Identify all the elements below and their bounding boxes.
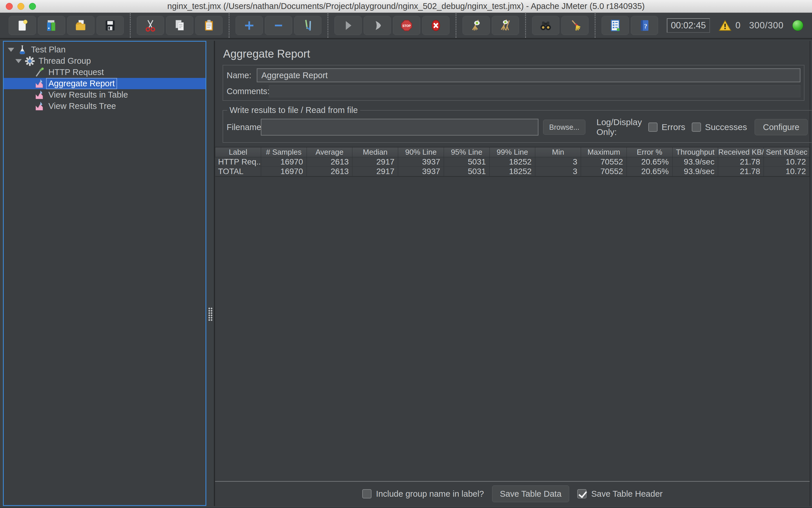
table-cell: HTTP Req... [215,157,261,167]
stop-button[interactable]: STOP [393,16,420,35]
expand-arrow-icon[interactable] [15,59,22,63]
column-header[interactable]: Median [352,147,398,157]
test-plan-icon [17,45,28,55]
error-log-count: 0 [735,20,740,31]
elapsed-timer: 00:02:45 [667,18,710,33]
column-header[interactable]: Sent KB/sec [764,147,810,157]
close-window-button[interactable] [6,3,13,10]
tree-item-label: HTTP Request [48,68,104,77]
test-running-indicator-icon [792,20,803,31]
table-cell: 3 [535,167,581,176]
configure-button[interactable]: Configure [755,119,808,135]
comments-input[interactable] [269,85,801,97]
filename-input[interactable] [261,119,538,135]
minus-icon [272,19,285,32]
search-button[interactable] [532,16,559,35]
tree-item-test-plan[interactable]: Test Plan [4,44,205,55]
reset-search-button[interactable] [561,16,588,35]
panel-splitter[interactable] [206,41,214,506]
copy-button[interactable] [166,16,193,35]
column-header[interactable]: Maximum [581,147,627,157]
cut-icon [144,19,157,32]
table-row[interactable]: TOTAL1697026132917393750311825237055220.… [215,167,810,176]
errors-label[interactable]: Errors [661,122,685,132]
plus-icon [243,19,256,32]
table-cell: 93.9/sec [672,157,718,167]
column-header[interactable]: 90% Line [398,147,444,157]
column-header[interactable]: Min [535,147,581,157]
save-table-header-label[interactable]: Save Table Header [591,489,662,499]
open-file-button[interactable] [67,16,94,35]
templates-button[interactable] [38,16,65,35]
toolbar-separator [327,13,328,38]
column-header[interactable]: Average [307,147,352,157]
tree-item-thread-group[interactable]: Thread Group [4,55,205,67]
filename-label: Filename [227,123,261,132]
successes-label[interactable]: Successes [705,122,747,132]
function-helper-button[interactable] [602,16,629,35]
table-cell: 2917 [352,167,398,176]
toggle-icon [301,19,315,32]
save-button[interactable] [96,16,124,35]
minimize-window-button[interactable] [17,3,24,10]
table-cell: 93.9/sec [672,167,718,176]
remove-button[interactable] [265,16,292,35]
table-cell: 70552 [581,157,627,167]
column-header[interactable]: Throughput [672,147,718,157]
tree-item-view-results-in-table[interactable]: View Results in Table [4,89,205,100]
toggle-button[interactable] [294,16,321,35]
jmeter-window: nginx_test.jmx (/Users/nathan/Documents/… [0,0,812,508]
tree-item-label: Thread Group [39,56,91,66]
new-file-icon [16,19,29,32]
tree-item-view-results-tree[interactable]: View Results Tree [4,100,205,112]
name-comments-box: Name: Comments: [222,65,805,101]
tree-item-label: View Results Tree [48,101,116,111]
clear-broom-icon [470,19,483,32]
stop-sign-icon: STOP [400,19,413,32]
include-group-name-label[interactable]: Include group name in label? [376,489,484,499]
paste-button[interactable] [195,16,222,35]
save-icon [104,19,117,32]
name-input[interactable] [257,68,801,82]
svg-text:?: ? [644,22,647,30]
start-no-pauses-button[interactable] [364,16,391,35]
table-cell: 3 [535,157,581,167]
shutdown-button[interactable] [422,16,449,35]
tree-item-label: View Results in Table [48,90,128,100]
clear-all-button[interactable] [492,16,519,35]
column-header[interactable]: Received KB/... [718,147,764,157]
successes-checkbox[interactable] [692,123,701,132]
start-button[interactable] [334,16,362,35]
clear-button[interactable] [462,16,490,35]
warning-triangle-icon[interactable] [719,20,731,31]
help-button[interactable]: ? [631,16,658,35]
table-row[interactable]: HTTP Req...16970261329173937503118252370… [215,157,810,167]
errors-checkbox[interactable] [648,123,657,132]
test-plan-tree: Test Plan Thread Group HTTP Request Aggr… [3,41,206,506]
column-header[interactable]: Error % [626,147,672,157]
table-cell: 2917 [352,157,398,167]
save-table-header-checkbox[interactable] [577,489,586,499]
table-cell: 18252 [489,167,535,176]
toolbar-separator [455,13,456,38]
expand-arrow-icon[interactable] [8,48,14,52]
column-header[interactable]: 95% Line [444,147,489,157]
svg-text:STOP: STOP [403,24,411,27]
column-header[interactable]: 99% Line [489,147,535,157]
column-header[interactable]: Label [215,147,261,157]
binoculars-icon [539,19,552,32]
browse-button[interactable]: Browse... [543,120,585,135]
tree-item-http-request[interactable]: HTTP Request [4,67,205,78]
new-file-button[interactable] [9,16,36,35]
zoom-window-button[interactable] [29,3,36,10]
save-table-data-button[interactable]: Save Table Data [492,485,569,502]
splitter-grip-icon[interactable] [208,307,213,321]
table-cell: 16970 [261,167,307,176]
add-button[interactable] [236,16,263,35]
active-threads-count: 300/300 [749,20,784,31]
column-header[interactable]: # Samples [261,147,307,157]
cut-button[interactable] [137,16,164,35]
include-group-name-checkbox[interactable] [362,489,371,499]
shutdown-x-icon [429,19,443,32]
tree-item-aggregate-report[interactable]: Aggregate Report [4,78,205,89]
